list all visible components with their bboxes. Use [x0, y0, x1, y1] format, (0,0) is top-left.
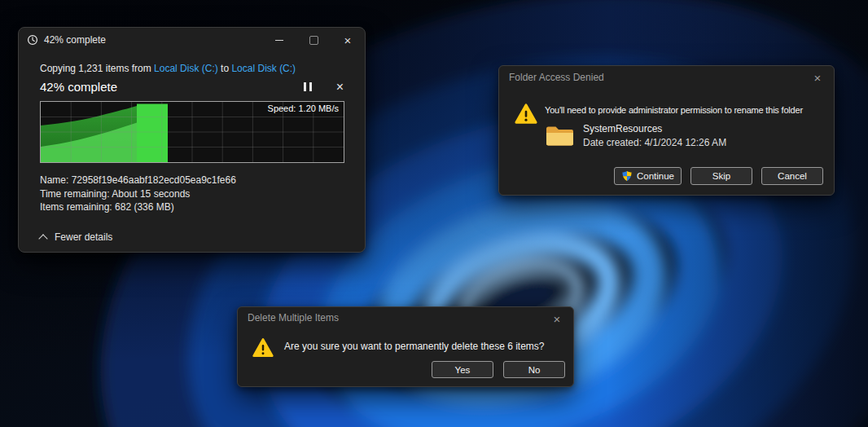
pause-icon: [304, 82, 312, 91]
maximize-icon: [309, 36, 318, 45]
yes-button-label: Yes: [455, 365, 471, 375]
cancel-button[interactable]: Cancel: [761, 167, 823, 185]
access-button-row: Continue Skip Cancel: [614, 167, 823, 185]
close-icon: ×: [344, 34, 352, 46]
speed-label: Speed: 1.20 MB/s: [268, 103, 339, 113]
copy-body: Copying 1,231 items from Local Disk (C:)…: [19, 52, 365, 253]
percent-complete-heading: 42% complete: [40, 80, 117, 94]
close-icon: ×: [554, 313, 561, 325]
no-button-label: No: [528, 365, 541, 375]
cancel-copy-button[interactable]: ×: [336, 81, 344, 94]
copy-titlebar: 42% complete ×: [19, 28, 365, 52]
chevron-up-icon: [38, 234, 47, 243]
yes-button[interactable]: Yes: [432, 361, 493, 378]
folder-name: SystemResources: [583, 123, 662, 134]
copy-progress-window: 42% complete × Copying 1,231 items from …: [18, 27, 366, 253]
clock-icon: [27, 34, 38, 46]
close-button[interactable]: ×: [541, 307, 573, 330]
copy-summary-middle: to: [218, 63, 232, 74]
delete-confirmation-message: Are you sure you want to permanently del…: [284, 341, 545, 352]
access-window-controls: ×: [801, 66, 834, 89]
copy-summary: Copying 1,231 items from Local Disk (C:)…: [40, 52, 344, 74]
destination-drive-link[interactable]: Local Disk (C:): [231, 63, 296, 74]
skip-button-label: Skip: [712, 171, 730, 181]
folder-icon: [545, 123, 575, 147]
continue-button[interactable]: Continue: [614, 167, 682, 185]
desktop: 42% complete × Copying 1,231 items from …: [0, 0, 868, 427]
skip-button[interactable]: Skip: [690, 167, 752, 185]
no-button[interactable]: No: [503, 361, 565, 378]
warning-icon: [514, 102, 538, 126]
time-remaining-line: Time remaining: About 15 seconds: [40, 187, 344, 201]
uac-shield-icon: [621, 170, 633, 182]
folder-access-denied-window: Folder Access Denied × You'll need to pr…: [498, 65, 835, 196]
folder-date-created: Date created: 4/1/2024 12:26 AM: [583, 137, 726, 148]
access-window-title: Folder Access Denied: [509, 72, 604, 83]
cancel-button-label: Cancel: [778, 171, 807, 181]
fewer-details-toggle[interactable]: Fewer details: [40, 231, 112, 243]
delete-window-title: Delete Multiple Items: [248, 312, 339, 324]
source-drive-link[interactable]: Local Disk (C:): [154, 63, 218, 74]
minimize-button[interactable]: [262, 28, 296, 52]
copy-summary-prefix: Copying 1,231 items from: [40, 63, 154, 74]
items-remaining-line: Items remaining: 682 (336 MB): [40, 200, 344, 214]
progress-heading-row: 42% complete ×: [40, 78, 344, 95]
maximize-button[interactable]: [296, 28, 331, 52]
delete-titlebar: Delete Multiple Items ×: [238, 307, 573, 328]
access-denied-message: You'll need to provide administrator per…: [545, 105, 803, 115]
delete-items-window: Delete Multiple Items × Are you sure you…: [237, 306, 574, 387]
close-icon: ×: [814, 72, 822, 84]
file-name-line: Name: 72958f19e46aabf182ecd05ea9c1fe66: [40, 174, 344, 187]
minimize-icon: [275, 40, 283, 41]
window-controls: ×: [262, 28, 365, 52]
access-titlebar: Folder Access Denied ×: [499, 66, 834, 89]
close-button[interactable]: ×: [801, 66, 834, 89]
copy-window-title: 42% complete: [44, 34, 106, 46]
delete-button-row: Yes No: [432, 361, 565, 378]
delete-window-controls: ×: [541, 307, 573, 328]
fewer-details-label: Fewer details: [55, 231, 112, 243]
transfer-details: Name: 72958f19e46aabf182ecd05ea9c1fe66 T…: [40, 174, 344, 214]
warning-icon: [252, 337, 274, 359]
pause-button[interactable]: [304, 82, 312, 91]
continue-button-label: Continue: [637, 171, 674, 181]
close-button[interactable]: ×: [331, 28, 365, 52]
transfer-speed-chart: Speed: 1.20 MB/s: [40, 101, 344, 163]
